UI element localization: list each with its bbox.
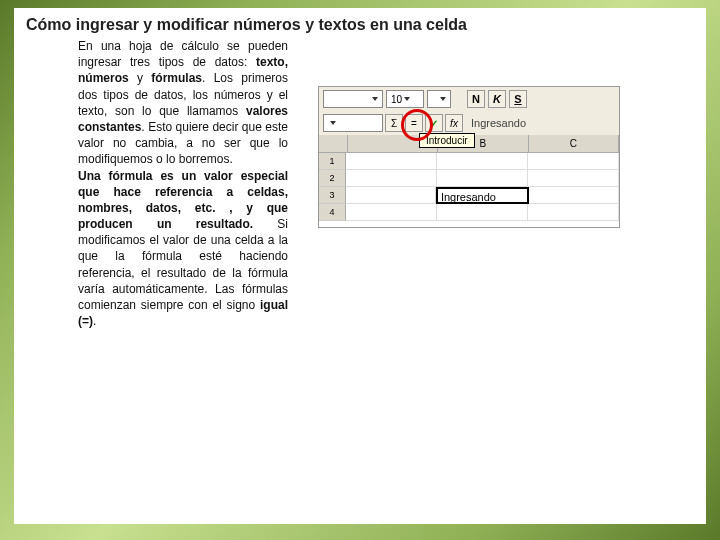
- format-toolbar: 10 N K S: [319, 87, 619, 112]
- style-dropdown[interactable]: [427, 90, 451, 108]
- font-name-dropdown[interactable]: [323, 90, 383, 108]
- row-4-header[interactable]: 4: [319, 204, 346, 221]
- t-s6: .: [93, 314, 96, 328]
- fx-label: fx: [450, 118, 458, 129]
- body-text: En una hoja de cálculo se pueden ingresa…: [78, 38, 288, 329]
- cell-value: Ingresando: [441, 191, 496, 203]
- row-3-header[interactable]: 3: [319, 187, 346, 204]
- bold-button[interactable]: N: [467, 90, 485, 108]
- page-title: Cómo ingresar y modificar números y text…: [26, 16, 694, 34]
- formula-input[interactable]: Ingresando: [471, 117, 526, 129]
- chevron-down-icon: [372, 97, 378, 101]
- spreadsheet-screenshot: 10 N K S Σ = ✓ fx Ingresando Introducir …: [318, 86, 620, 228]
- row-2-header[interactable]: 2: [319, 170, 346, 187]
- row-1-header[interactable]: 1: [319, 153, 346, 170]
- italic-button[interactable]: K: [488, 90, 506, 108]
- t-b2: fórmulas: [151, 71, 202, 85]
- font-size-dropdown[interactable]: 10: [386, 90, 424, 108]
- t-s2: y: [129, 71, 152, 85]
- highlight-circle: [401, 109, 433, 141]
- font-size-value: 10: [391, 94, 402, 105]
- chevron-down-icon: [404, 97, 410, 101]
- chevron-down-icon: [330, 121, 336, 125]
- chevron-down-icon: [440, 97, 446, 101]
- t-s5: Si modificamos el valor de una celda a l…: [78, 217, 288, 312]
- active-cell[interactable]: Ingresando: [436, 187, 529, 204]
- name-box[interactable]: [323, 114, 383, 132]
- cells-grid: 1 2 3Ingresando 4: [319, 153, 619, 227]
- text-cursor: [528, 190, 529, 203]
- underline-button[interactable]: S: [509, 90, 527, 108]
- col-c-header[interactable]: C: [529, 135, 619, 153]
- fx-icon[interactable]: fx: [445, 114, 463, 132]
